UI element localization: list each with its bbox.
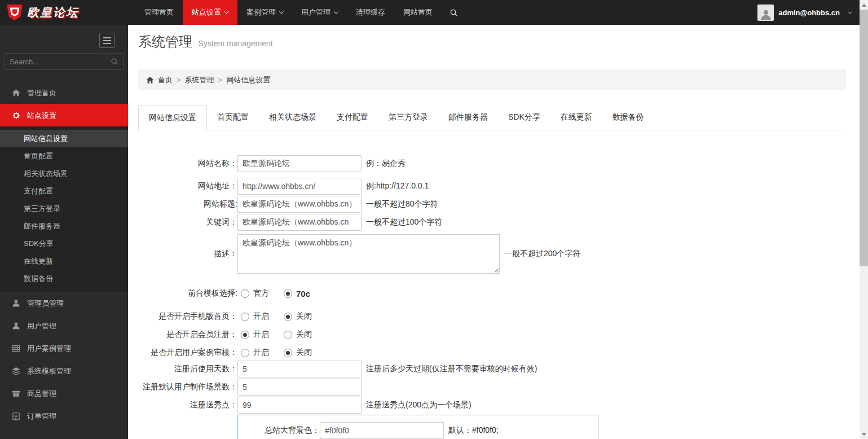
template-label: 前台模板选择: xyxy=(138,288,237,298)
case-audit-off-radio[interactable] xyxy=(284,349,292,357)
template-official-radio[interactable] xyxy=(241,289,249,298)
member-reg-on-radio[interactable] xyxy=(241,331,249,339)
sidebar-subitem-mail-server[interactable]: 邮件服务器 xyxy=(0,217,128,235)
sidebar-collapse-button[interactable] xyxy=(99,33,114,48)
sidebar-subitem-status-scene[interactable]: 相关状态场景 xyxy=(0,165,128,182)
scrollbar-thumb[interactable] xyxy=(860,10,868,266)
sidebar-item-admin-home[interactable]: 管理首页 xyxy=(0,81,128,104)
sidebar-item-order-management[interactable]: 订单管理 xyxy=(0,405,128,427)
site-name-label: 网站名称： xyxy=(138,159,237,169)
tab-online-update[interactable]: 在线更新 xyxy=(550,106,602,130)
keywords-input[interactable] xyxy=(237,214,362,231)
sidebar-subitem-homepage-config[interactable]: 首页配置 xyxy=(0,147,128,165)
site-url-input[interactable] xyxy=(237,178,362,195)
site-title-hint: 一般不超过80个字符 xyxy=(366,199,438,209)
sidebar-submenu: 网站信息设置 首页配置 相关状态场景 支付配置 第三方登录 邮件服务器 SDK分… xyxy=(0,126,128,292)
template-70c-radio[interactable] xyxy=(284,289,292,298)
search-icon[interactable] xyxy=(111,58,118,65)
sidebar-subitem-online-update[interactable]: 在线更新 xyxy=(0,252,128,270)
sidebar-search-input[interactable] xyxy=(10,58,111,66)
case-audit-option-on[interactable]: 开启 xyxy=(241,348,269,358)
mobile-home-label: 是否开启手机版首页： xyxy=(138,311,237,322)
topnav-admin-home[interactable]: 管理首页 xyxy=(135,0,183,25)
tab-sdk-share[interactable]: SDK分享 xyxy=(498,106,550,130)
mobile-home-on-radio[interactable] xyxy=(241,313,249,321)
topnav-user-management[interactable]: 用户管理 xyxy=(292,0,347,25)
settings-form: 网站名称： 例：易企秀 网站地址： 例:http://127.0.0.1 网站标… xyxy=(138,130,846,439)
description-textarea[interactable]: 欧皇源码论坛（www.ohbbs.cn） xyxy=(237,234,500,274)
reg-points-input[interactable] xyxy=(237,397,362,414)
tab-status-scene[interactable]: 相关状态场景 xyxy=(259,106,327,130)
sidebar-subitem-thirdparty-login[interactable]: 第三方登录 xyxy=(0,200,128,217)
topnav-clear-cache[interactable]: 清理缓存 xyxy=(347,0,394,25)
site-name-hint: 例：易企秀 xyxy=(366,159,406,169)
sidebar-item-product-management[interactable]: 商品管理 xyxy=(0,382,128,405)
site-title-label: 网站标题: xyxy=(138,199,237,209)
breadcrumb-system[interactable]: 系统管理 xyxy=(185,75,214,85)
scrollbar-up-arrow[interactable] xyxy=(860,0,868,10)
sidebar-item-site-settings[interactable]: 站点设置 xyxy=(0,104,128,126)
tab-website-info[interactable]: 网站信息设置 xyxy=(138,106,207,130)
scrollbar-down-arrow[interactable] xyxy=(860,429,868,439)
topnav-site-front[interactable]: 网站首页 xyxy=(394,0,442,25)
sidebar-item-label: 订单管理 xyxy=(27,411,56,422)
radio-label: 关闭 xyxy=(296,330,312,340)
case-audit-option-off[interactable]: 关闭 xyxy=(284,348,312,358)
site-title-input[interactable] xyxy=(237,196,362,213)
sidebar-subitem-website-info[interactable]: 网站信息设置 xyxy=(0,130,128,147)
template-option-official[interactable]: 官方 xyxy=(241,288,269,298)
tab-thirdparty-login[interactable]: 第三方登录 xyxy=(378,106,438,130)
template-option-70c[interactable]: 70c xyxy=(284,289,310,298)
form-row-member-reg: 是否开启会员注册： 开启 关闭 xyxy=(138,330,846,340)
form-row-reg-scenes: 注册默认用户制作场景数： xyxy=(138,379,846,396)
bg-color-label: 总站大背景色： xyxy=(238,425,320,436)
bg-color-input[interactable] xyxy=(320,422,444,439)
topnav-case-management[interactable]: 案例管理 xyxy=(237,0,292,25)
home-icon xyxy=(12,89,20,97)
tab-payment-config[interactable]: 支付配置 xyxy=(327,106,378,130)
member-reg-option-on[interactable]: 开启 xyxy=(241,330,269,340)
sidebar-subitem-sdk-share[interactable]: SDK分享 xyxy=(0,235,128,252)
site-name-input[interactable] xyxy=(237,155,362,172)
sidebar-item-label: 系统模板管理 xyxy=(27,366,71,376)
top-nav: 管理首页 站点设置 案例管理 用户管理 清理缓存 网站首页 xyxy=(135,0,466,25)
case-audit-on-radio[interactable] xyxy=(241,349,249,357)
reg-points-label: 注册送秀点： xyxy=(138,400,237,410)
reg-scenes-input[interactable] xyxy=(237,379,362,396)
form-row-site-url: 网站地址： 例:http://127.0.0.1 xyxy=(138,178,846,195)
scrollbar[interactable] xyxy=(860,0,868,439)
topbar-search-icon[interactable] xyxy=(442,0,466,25)
chevron-down-icon xyxy=(279,9,284,14)
mobile-home-off-radio[interactable] xyxy=(284,313,292,321)
site-url-hint: 例:http://127.0.0.1 xyxy=(366,181,429,191)
reg-days-hint: 注册后多少天过期(仅注册不需要审核的时候有效) xyxy=(366,364,537,374)
breadcrumb-separator: > xyxy=(177,76,181,84)
sidebar-item-user-case-management[interactable]: 用户案例管理 xyxy=(0,337,128,359)
mobile-home-option-on[interactable]: 开启 xyxy=(241,311,269,322)
tab-homepage-config[interactable]: 首页配置 xyxy=(207,106,259,130)
member-reg-off-radio[interactable] xyxy=(284,331,292,339)
sidebar-subitem-data-backup[interactable]: 数据备份 xyxy=(0,270,128,287)
breadcrumb-home[interactable]: 首页 xyxy=(158,75,173,85)
member-reg-label: 是否开启会员注册： xyxy=(138,330,237,340)
mobile-home-option-off[interactable]: 关闭 xyxy=(284,311,312,322)
tab-mail-server[interactable]: 邮件服务器 xyxy=(438,106,498,130)
form-row-template: 前台模板选择: 官方 70c xyxy=(138,288,846,298)
form-row-keywords: 关键词： 一般不超过100个字符 xyxy=(138,214,846,231)
keywords-label: 关键词： xyxy=(138,217,237,227)
sidebar-subitem-payment-config[interactable]: 支付配置 xyxy=(0,182,128,200)
logo[interactable]: 欧皇论坛 xyxy=(0,0,128,25)
sidebar-item-user-management[interactable]: 用户管理 xyxy=(0,314,128,337)
sidebar-item-template-management[interactable]: 系统模板管理 xyxy=(0,359,128,382)
form-row-reg-points: 注册送秀点： 注册送秀点(200点为一个场景) xyxy=(138,397,846,414)
topnav-label: 管理首页 xyxy=(144,7,174,17)
member-reg-option-off[interactable]: 关闭 xyxy=(284,330,312,340)
topnav-label: 网站首页 xyxy=(403,7,433,17)
reg-days-input[interactable] xyxy=(237,361,362,377)
topnav-site-settings[interactable]: 站点设置 xyxy=(183,0,237,25)
topbar-user-menu[interactable]: admin@ohbbs.cn xyxy=(757,5,860,21)
user-icon xyxy=(12,299,20,308)
sidebar-item-admin-management[interactable]: 管理员管理 xyxy=(0,292,128,314)
logo-text: 欧皇论坛 xyxy=(27,5,79,20)
tab-data-backup[interactable]: 数据备份 xyxy=(602,106,654,130)
